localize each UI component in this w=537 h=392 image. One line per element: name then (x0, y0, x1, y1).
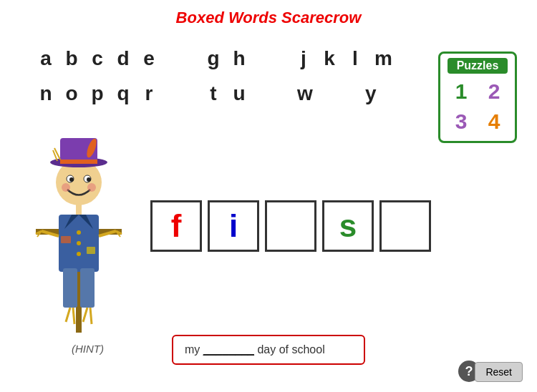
letter-r: r (142, 78, 155, 110)
alphabet-row-2: n o p q r t u w y (39, 78, 392, 110)
hint-label: (HINT) (72, 343, 104, 355)
letter-k: k (323, 43, 336, 75)
letter-h: h (233, 43, 246, 75)
letter-a: a (39, 43, 52, 75)
svg-point-29 (87, 177, 91, 182)
sentence-blank: ________ (203, 343, 254, 356)
alphabet-row-1: a b c d e g h j k l m (39, 43, 392, 75)
svg-point-7 (77, 252, 81, 256)
svg-rect-24 (60, 160, 97, 164)
letter-d: d (117, 43, 130, 75)
svg-point-28 (69, 177, 74, 182)
word-box-2: i (208, 200, 259, 252)
puzzle-grid: 1 2 3 4 (448, 79, 508, 134)
letter-j: j (297, 43, 310, 75)
svg-point-31 (87, 183, 96, 192)
reset-button[interactable]: Reset (475, 362, 523, 382)
letter-w: w (297, 78, 313, 110)
svg-rect-9 (80, 268, 95, 308)
puzzle-1[interactable]: 1 (448, 79, 475, 104)
letter-c: c (91, 43, 104, 75)
letter-q: q (117, 78, 130, 110)
letter-n: n (39, 78, 52, 110)
word-box-1: f (150, 200, 202, 252)
letter-m: m (374, 43, 392, 75)
svg-rect-8 (63, 268, 77, 308)
word-box-3 (265, 200, 316, 252)
letter-e: e (142, 43, 155, 75)
letter-u: u (233, 78, 246, 110)
word-boxes-area: f i s (150, 200, 431, 252)
word-box-5 (379, 200, 431, 252)
letter-b: b (65, 43, 78, 75)
letter-t: t (207, 78, 220, 110)
puzzle-4[interactable]: 4 (480, 109, 508, 134)
sentence-rest-text: day of school (257, 343, 324, 356)
svg-line-10 (66, 308, 70, 322)
word-box-4: s (322, 200, 374, 252)
svg-point-30 (62, 183, 70, 192)
puzzles-label: Puzzles (448, 58, 508, 74)
scarecrow-image (14, 114, 143, 336)
letter-o: o (65, 78, 78, 110)
letter-g: g (207, 43, 220, 75)
letter-l: l (349, 43, 362, 75)
letter-p: p (91, 78, 104, 110)
svg-line-11 (73, 308, 74, 324)
page-title: Boxed Words Scarecrow (0, 0, 537, 27)
alphabet-area: a b c d e g h j k l m n o p q r t u w y (39, 43, 392, 113)
puzzle-2[interactable]: 2 (480, 79, 508, 104)
puzzle-3[interactable]: 3 (448, 109, 475, 134)
sentence-box: my ________ day of school (172, 335, 365, 365)
puzzles-panel: Puzzles 1 2 3 4 (438, 52, 517, 143)
svg-line-13 (90, 308, 92, 324)
svg-rect-34 (61, 236, 71, 243)
sentence-text: my (185, 343, 200, 356)
svg-line-12 (83, 308, 87, 322)
svg-point-5 (77, 230, 81, 235)
letter-y: y (364, 78, 377, 110)
svg-rect-35 (87, 247, 95, 254)
svg-point-6 (77, 241, 81, 245)
